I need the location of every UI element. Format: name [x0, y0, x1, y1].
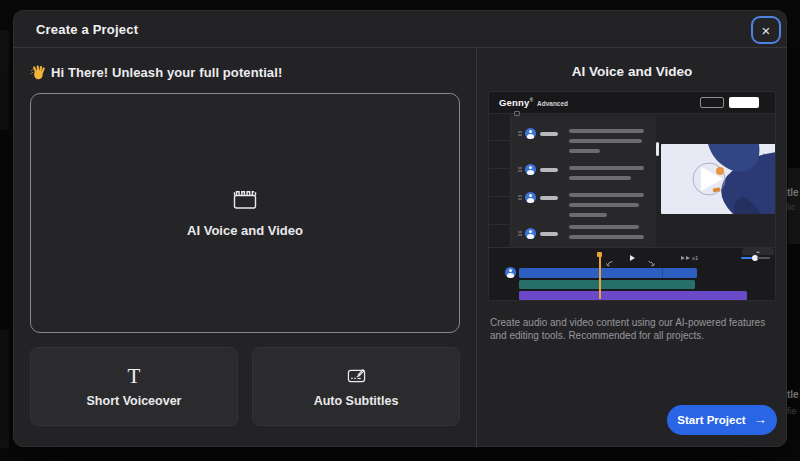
preview-solid-button [729, 97, 759, 108]
genny-logo: Genny® [499, 97, 533, 108]
speaker-avatar [525, 228, 536, 239]
timeline-track-voice [519, 268, 697, 278]
text-t-icon: T [128, 366, 141, 386]
modal-header: Create a Project × [14, 11, 786, 48]
timeline-collapse-tab [742, 248, 774, 255]
modal-title: Create a Project [36, 22, 138, 37]
script-row [518, 231, 522, 237]
text-line-bar [569, 176, 631, 180]
background-text-fragment: tle [787, 389, 799, 400]
screen: tle lic tle fie Create a Project × [0, 0, 800, 461]
text-line-bar [569, 139, 642, 143]
background-text-fragment: lic [787, 202, 796, 212]
fast-forward-icon [686, 256, 690, 260]
background-panel-fragment [0, 330, 9, 448]
text-line-bar [569, 129, 644, 133]
short-voiceover-card[interactable]: T Short Voiceover [30, 347, 238, 426]
greeting-text: Hi There! Unleash your full potential! [51, 65, 282, 80]
text-line-bar [569, 213, 607, 217]
speaker-name-bar [540, 168, 558, 172]
secondary-card-label: Auto Subtitles [314, 394, 399, 408]
subtitles-edit-icon [347, 366, 366, 386]
close-icon: × [762, 23, 771, 38]
timeline-track-audio [519, 280, 695, 289]
close-button[interactable]: × [751, 16, 781, 44]
speaker-name-bar [540, 232, 558, 236]
wave-hand-icon [30, 65, 45, 80]
speed-label: x1 [692, 255, 698, 261]
registered-mark: ® [530, 97, 534, 103]
speaker-avatar [525, 164, 536, 175]
arrow-right-icon: → [754, 412, 767, 427]
start-project-button[interactable]: Start Project → [667, 405, 777, 435]
preview-topbar: Genny® Advanced [489, 92, 775, 114]
speaker-avatar [525, 192, 536, 203]
primary-card-label: AI Voice and Video [187, 223, 303, 238]
volume-slider [741, 255, 770, 261]
timeline-avatar [505, 267, 516, 278]
secondary-card-label: Short Voiceover [87, 394, 182, 408]
text-line-bar [569, 166, 644, 170]
divider [489, 196, 510, 197]
background-text-fragment: tle [787, 187, 799, 198]
ai-voice-and-video-card[interactable]: AI Voice and Video [30, 93, 460, 333]
speaker-name-bar [540, 196, 558, 200]
divider [489, 224, 510, 225]
preview-track-column [489, 114, 511, 247]
script-row [518, 195, 522, 201]
auto-subtitles-card[interactable]: Auto Subtitles [252, 347, 460, 426]
background-panel-fragment [0, 30, 9, 130]
fast-forward-icon [681, 256, 685, 260]
panel-divider [476, 48, 477, 448]
text-line-bar [569, 193, 644, 197]
speaker-avatar [525, 128, 536, 139]
track-segment-divider [662, 268, 663, 278]
text-line-bar [569, 149, 600, 153]
timeline-track-music [519, 291, 747, 300]
script-row [518, 131, 522, 137]
script-row [518, 167, 522, 173]
text-line-bar [569, 225, 639, 229]
playhead-line [599, 252, 601, 299]
divider [489, 168, 510, 169]
divider [489, 140, 510, 141]
advanced-mode-label: Advanced [537, 100, 568, 107]
create-project-modal: Create a Project × Hi Ther [13, 10, 787, 447]
right-panel-heading: AI Voice and Video [476, 64, 788, 79]
preview-outline-button [700, 97, 724, 108]
text-line-bar [569, 203, 639, 207]
play-icon [630, 255, 635, 261]
text-line-bar [569, 235, 644, 239]
project-description: Create audio and video content using our… [490, 316, 782, 342]
background-text-fragment: fie [787, 406, 797, 416]
clapperboard-icon [233, 189, 257, 210]
greeting: Hi There! Unleash your full potential! [30, 65, 282, 80]
scrollbar-thumb [656, 142, 659, 156]
video-preview [661, 144, 776, 214]
playback-speed-control: x1 [681, 255, 698, 261]
app-preview-image: Genny® Advanced [488, 91, 776, 301]
panel-icon [514, 111, 520, 116]
speaker-name-bar [540, 132, 558, 136]
start-project-label: Start Project [677, 414, 745, 426]
